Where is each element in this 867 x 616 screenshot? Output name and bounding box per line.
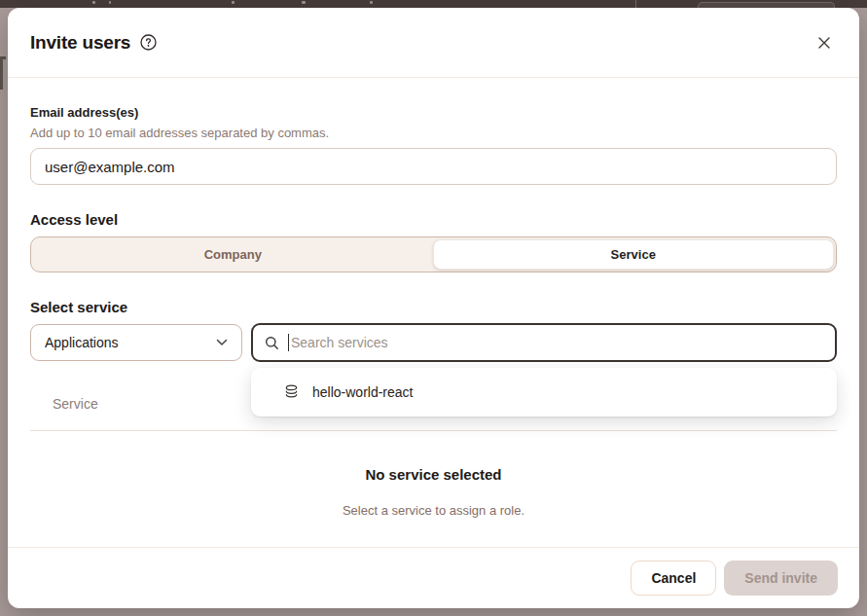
navbar-text-fragment bbox=[92, 1, 95, 4]
access-level-toggle: Company Service bbox=[30, 236, 837, 272]
close-icon[interactable] bbox=[811, 29, 838, 56]
segment-service[interactable]: Service bbox=[433, 239, 835, 270]
search-results-dropdown: hello-world-react bbox=[251, 368, 837, 417]
navbar-button-fragment bbox=[635, 0, 636, 8]
service-name: hello-world-react bbox=[312, 384, 413, 400]
help-icon[interactable] bbox=[140, 34, 157, 51]
send-invite-button[interactable]: Send invite bbox=[724, 561, 838, 596]
search-input[interactable] bbox=[289, 325, 825, 360]
dialog-title: Invite users bbox=[30, 32, 130, 54]
divider bbox=[30, 430, 837, 431]
cancel-button[interactable]: Cancel bbox=[631, 561, 716, 596]
service-type-dropdown[interactable]: Applications bbox=[30, 324, 242, 361]
dialog-header: Invite users bbox=[8, 8, 859, 78]
email-hint: Add up to 10 email addresses separated b… bbox=[30, 126, 837, 140]
search-icon bbox=[265, 336, 279, 350]
list-item-service[interactable]: hello-world-react bbox=[251, 368, 837, 417]
email-label: Email address(es) bbox=[30, 105, 837, 120]
navbar-text-fragment bbox=[109, 1, 111, 4]
navbar-text-fragment bbox=[370, 1, 373, 4]
navbar-text-fragment bbox=[232, 1, 235, 4]
navbar-text-fragment bbox=[302, 1, 306, 4]
service-search-box[interactable] bbox=[251, 323, 837, 362]
stack-icon bbox=[284, 384, 299, 400]
dialog-footer: Cancel Send invite bbox=[8, 547, 859, 608]
segment-company[interactable]: Company bbox=[33, 239, 433, 270]
background-page-fragment bbox=[0, 56, 3, 90]
background-navbar bbox=[0, 0, 867, 8]
select-service-label: Select service bbox=[30, 299, 837, 315]
background-page-fragment bbox=[0, 56, 6, 59]
empty-state-title: No service selected bbox=[30, 466, 837, 483]
service-picker-row: Applications bbox=[30, 323, 837, 362]
service-type-value: Applications bbox=[45, 335, 119, 350]
invite-users-dialog: Invite users Email address(es) Add up to… bbox=[8, 8, 859, 608]
chevron-down-icon bbox=[216, 339, 228, 346]
email-field[interactable] bbox=[30, 148, 837, 185]
empty-state-subtitle: Select a service to assign a role. bbox=[30, 503, 837, 518]
access-level-label: Access level bbox=[30, 211, 837, 228]
dialog-body: Email address(es) Add up to 10 email add… bbox=[8, 78, 859, 547]
